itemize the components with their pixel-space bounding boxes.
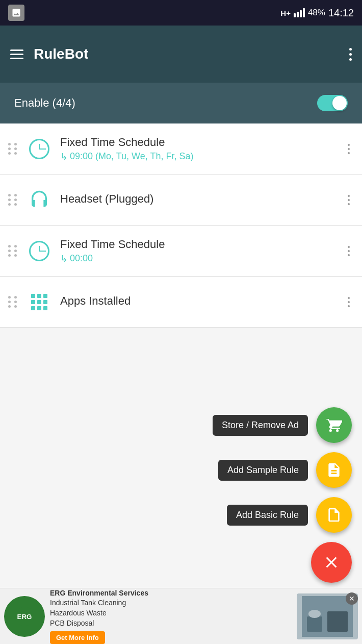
close-icon	[322, 553, 341, 572]
status-bar: H+ 48% 14:12	[0, 0, 362, 26]
rule-more-button[interactable]	[344, 293, 354, 311]
rule-subtitle: 00:00	[60, 253, 344, 264]
rule-content: Headset (Plugged)	[60, 192, 344, 208]
hamburger-menu-button[interactable]	[10, 49, 23, 59]
rule-item: Fixed Time Schedule 09:00 (Mo, Tu, We, T…	[0, 123, 362, 175]
signal-icon	[294, 8, 305, 17]
store-tooltip: Store / Remove Ad	[213, 415, 308, 436]
apps-icon	[27, 289, 52, 315]
battery-level: 48%	[308, 8, 325, 18]
hamburger-line-3	[10, 58, 23, 59]
rule-item: Apps Installed	[0, 277, 362, 328]
enable-label: Enable (4/4)	[14, 96, 317, 110]
drag-handle[interactable]	[8, 296, 18, 308]
svg-rect-4	[327, 611, 348, 632]
ad-line1: Industrial Tank Cleaning	[50, 599, 126, 607]
rule-title: Apps Installed	[60, 294, 344, 308]
ad-title: ERG Environmental Services Industrial Ta…	[50, 588, 293, 628]
ad-content: ERG Environmental Services Industrial Ta…	[50, 588, 293, 644]
add-basic-rule-button[interactable]	[316, 497, 352, 533]
more-dot-3	[349, 58, 352, 61]
rules-list: Fixed Time Schedule 09:00 (Mo, Tu, We, T…	[0, 123, 362, 328]
rule-content: Fixed Time Schedule 09:00 (Mo, Tu, We, T…	[60, 136, 344, 162]
rule-title: Fixed Time Schedule	[60, 238, 344, 251]
add-sample-rule-button[interactable]	[316, 452, 352, 488]
hamburger-line-2	[10, 54, 23, 55]
rule-content: Apps Installed	[60, 294, 344, 310]
cart-icon	[326, 417, 342, 433]
toggle-knob	[332, 96, 347, 110]
rule-more-button[interactable]	[344, 140, 354, 158]
document-icon	[326, 507, 342, 523]
ad-line2: Hazardous Waste	[50, 609, 107, 617]
app-bar: RuleBot	[0, 26, 362, 83]
clock-icon	[27, 136, 52, 162]
store-remove-ad-button[interactable]	[316, 407, 352, 443]
time-display: 14:12	[328, 7, 354, 19]
app-title: RuleBot	[34, 46, 349, 62]
ad-logo: ERG	[4, 596, 45, 637]
rule-title: Headset (Plugged)	[60, 192, 344, 206]
more-dot-2	[349, 53, 352, 56]
more-dot-1	[349, 48, 352, 51]
status-right: H+ 48% 14:12	[280, 7, 354, 19]
ad-close-button[interactable]: ✕	[346, 592, 358, 605]
rule-more-button[interactable]	[344, 242, 354, 260]
svg-text:ERG: ERG	[17, 613, 32, 621]
basic-rule-fab-row: Add Basic Rule	[227, 497, 352, 533]
photo-icon	[8, 5, 24, 21]
ad-cta-button[interactable]: Get More Info	[50, 631, 105, 644]
rule-more-button[interactable]	[344, 191, 354, 209]
store-fab-row: Store / Remove Ad	[213, 407, 352, 443]
drag-handle[interactable]	[8, 194, 18, 206]
drag-handle[interactable]	[8, 143, 18, 155]
drag-handle[interactable]	[8, 245, 18, 257]
hamburger-line-1	[10, 49, 23, 51]
close-fab-row	[311, 542, 352, 583]
rule-item: Fixed Time Schedule 00:00	[0, 226, 362, 277]
enable-toggle[interactable]	[317, 95, 348, 111]
sample-rule-fab-row: Add Sample Rule	[218, 452, 352, 488]
svg-rect-3	[307, 616, 322, 632]
rule-title: Fixed Time Schedule	[60, 136, 344, 149]
ad-banner: ERG ERG Environmental Services Industria…	[0, 588, 362, 644]
headset-icon	[27, 187, 52, 213]
more-options-button[interactable]	[349, 48, 352, 61]
document-list-icon	[326, 462, 342, 478]
clock-icon	[27, 238, 52, 264]
status-bar-left	[8, 0, 24, 26]
close-fab-button[interactable]	[311, 542, 352, 583]
basic-rule-label: Add Basic Rule	[227, 505, 308, 526]
rule-item: Headset (Plugged)	[0, 175, 362, 226]
signal-type: H+	[280, 9, 291, 17]
ad-line3: PCB Disposal	[50, 619, 94, 627]
rule-content: Fixed Time Schedule 00:00	[60, 238, 344, 264]
sample-rule-label: Add Sample Rule	[218, 460, 308, 481]
fab-area: Store / Remove Ad Add Sample Rule Add Ba…	[213, 407, 352, 583]
enable-bar: Enable (4/4)	[0, 83, 362, 123]
svg-point-5	[308, 610, 321, 618]
rule-subtitle: 09:00 (Mo, Tu, We, Th, Fr, Sa)	[60, 151, 344, 162]
